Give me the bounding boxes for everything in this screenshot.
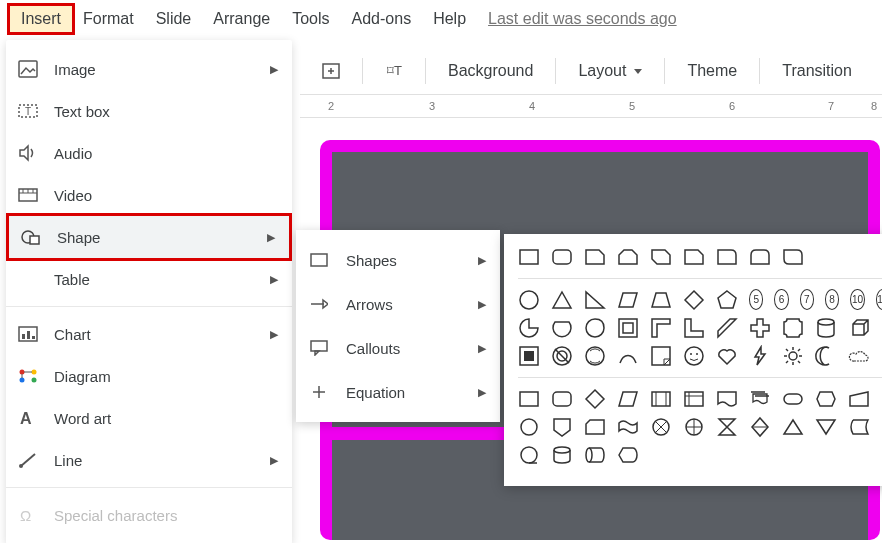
shape-diamond[interactable]	[683, 289, 705, 311]
shape-chord[interactable]	[551, 317, 573, 339]
shape-arc[interactable]	[617, 345, 639, 367]
shape-cross[interactable]	[749, 317, 771, 339]
menu-format[interactable]: Format	[72, 6, 145, 32]
shape-snip-round[interactable]	[683, 246, 705, 268]
shape-block-arc[interactable]	[551, 345, 573, 367]
shape-fold[interactable]	[650, 345, 672, 367]
shape-polygon-7[interactable]: 7	[800, 289, 814, 310]
shape-pentagon[interactable]	[716, 289, 738, 311]
shape-flow-predef[interactable]	[650, 388, 672, 410]
shape-rectangle[interactable]	[518, 246, 540, 268]
shape-flow-multidoc[interactable]	[749, 388, 771, 410]
shape-flow-internal[interactable]	[683, 388, 705, 410]
shape-polygon-6[interactable]: 6	[774, 289, 788, 310]
insert-video[interactable]: Video	[6, 174, 292, 216]
shape-parallelogram[interactable]	[617, 289, 639, 311]
menu-help[interactable]: Help	[422, 6, 477, 32]
shape-frame[interactable]	[617, 317, 639, 339]
insert-chart[interactable]: Chart ▶	[6, 313, 292, 355]
shape-fold-corner[interactable]	[584, 345, 606, 367]
shape-flow-prep[interactable]	[815, 388, 837, 410]
theme-button[interactable]: Theme	[675, 56, 749, 86]
shape-callouts[interactable]: Callouts ▶	[296, 326, 500, 370]
shape-lightning[interactable]	[749, 345, 771, 367]
shape-no-symbol[interactable]	[518, 345, 540, 367]
shape-cube[interactable]	[848, 317, 870, 339]
shape-snip-1[interactable]	[584, 246, 606, 268]
shape-flow-round[interactable]	[551, 388, 573, 410]
shape-cloud[interactable]	[848, 345, 870, 367]
shape-polygon-10[interactable]: 10	[850, 289, 864, 310]
shape-teardrop[interactable]	[584, 317, 606, 339]
shape-flow-sum[interactable]	[650, 416, 672, 438]
menu-tools[interactable]: Tools	[281, 6, 340, 32]
shape-snip-diag[interactable]	[650, 246, 672, 268]
shape-flow-sort[interactable]	[749, 416, 771, 438]
shape-circle[interactable]	[518, 289, 540, 311]
clear-formatting-icon[interactable]: ⌑T	[373, 56, 415, 86]
shape-round-1[interactable]	[716, 246, 738, 268]
menu-slide[interactable]: Slide	[145, 6, 203, 32]
menu-insert[interactable]: Insert	[7, 3, 75, 35]
insert-diagram[interactable]: Diagram	[6, 355, 292, 397]
insert-word-art[interactable]: A Word art	[6, 397, 292, 439]
shape-flow-extract[interactable]	[782, 416, 804, 438]
shape-flow-collate[interactable]	[716, 416, 738, 438]
shape-snip-2[interactable]	[617, 246, 639, 268]
shape-flow-offpage[interactable]	[551, 416, 573, 438]
shape-plaque[interactable]	[782, 317, 804, 339]
insert-audio[interactable]: Audio	[6, 132, 292, 174]
insert-shape[interactable]: Shape ▶	[6, 213, 292, 261]
shape-flow-connector[interactable]	[518, 416, 540, 438]
insert-image[interactable]: Image ▶	[6, 48, 292, 90]
shape-flow-merge[interactable]	[815, 416, 837, 438]
shape-l[interactable]	[683, 317, 705, 339]
shape-half-frame[interactable]	[650, 317, 672, 339]
svg-point-109	[586, 448, 592, 462]
new-slide-icon[interactable]	[310, 56, 352, 86]
shape-sun[interactable]	[782, 345, 804, 367]
shape-flow-card[interactable]	[584, 416, 606, 438]
shape-moon[interactable]	[815, 345, 837, 367]
transition-button[interactable]: Transition	[770, 56, 864, 86]
menu-arrange[interactable]: Arrange	[202, 6, 281, 32]
shape-arrows[interactable]: Arrows ▶	[296, 282, 500, 326]
shape-can[interactable]	[815, 317, 837, 339]
shape-flow-direct[interactable]	[584, 444, 606, 466]
shape-flow-data[interactable]	[617, 388, 639, 410]
shape-polygon-12[interactable]: 12	[876, 289, 882, 310]
shape-right-triangle[interactable]	[584, 289, 606, 311]
background-button[interactable]: Background	[436, 56, 545, 86]
shape-flow-term[interactable]	[782, 388, 804, 410]
shape-flow-stored[interactable]	[848, 416, 870, 438]
last-edit-link[interactable]: Last edit was seconds ago	[477, 6, 688, 32]
shape-polygon-8[interactable]: 8	[825, 289, 839, 310]
shape-diag-stripe[interactable]	[716, 317, 738, 339]
shape-round-diag[interactable]	[782, 246, 804, 268]
shape-equation[interactable]: Equation ▶	[296, 370, 500, 414]
shape-smiley[interactable]	[683, 345, 705, 367]
shape-flow-magnetic[interactable]	[551, 444, 573, 466]
shape-flow-manual-input[interactable]	[848, 388, 870, 410]
insert-line[interactable]: Line ▶	[6, 439, 292, 481]
shape-polygon-5[interactable]: 5	[749, 289, 763, 310]
shape-trapezoid[interactable]	[650, 289, 672, 311]
shape-triangle[interactable]	[551, 289, 573, 311]
shape-flow-or[interactable]	[683, 416, 705, 438]
shape-flow-diamond[interactable]	[584, 388, 606, 410]
shape-flow-doc[interactable]	[716, 388, 738, 410]
shape-round-2[interactable]	[749, 246, 771, 268]
insert-text-box[interactable]: T Text box	[6, 90, 292, 132]
shape-heart[interactable]	[716, 345, 738, 367]
shape-rounded-rect[interactable]	[551, 246, 573, 268]
shape-shapes[interactable]: Shapes ▶	[296, 238, 500, 282]
shape-pie[interactable]	[518, 317, 540, 339]
shape-flow-rect[interactable]	[518, 388, 540, 410]
menu-addons[interactable]: Add-ons	[341, 6, 423, 32]
shape-flow-tape[interactable]	[617, 416, 639, 438]
layout-button[interactable]: Layout	[566, 56, 654, 86]
insert-table[interactable]: Table ▶	[6, 258, 292, 300]
svg-point-65	[685, 347, 703, 365]
shape-flow-display[interactable]	[617, 444, 639, 466]
shape-flow-seq[interactable]	[518, 444, 540, 466]
